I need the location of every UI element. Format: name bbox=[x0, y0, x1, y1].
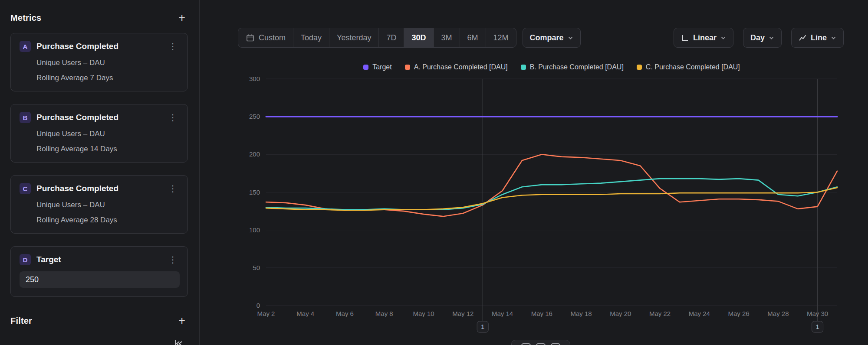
add-metric-button[interactable]: + bbox=[176, 12, 188, 24]
metric-card-header: B Purchase Completed ⋮ bbox=[20, 112, 180, 123]
scale-selector-button[interactable]: Linear bbox=[674, 28, 733, 48]
svg-text:May 10: May 10 bbox=[413, 310, 434, 317]
granularity-selector-button[interactable]: Day bbox=[743, 28, 782, 48]
sidebar: Metrics + A Purchase Completed ⋮ Unique … bbox=[0, 0, 200, 345]
date-range-label: Yesterday bbox=[337, 33, 371, 42]
compare-label: Compare bbox=[530, 33, 564, 42]
metrics-section-header: Metrics + bbox=[10, 12, 188, 24]
svg-text:1: 1 bbox=[481, 323, 484, 330]
svg-text:May 14: May 14 bbox=[492, 310, 513, 317]
metric-measure[interactable]: Unique Users – DAU bbox=[20, 201, 180, 209]
svg-text:300: 300 bbox=[249, 76, 260, 82]
kebab-menu-icon[interactable]: ⋮ bbox=[166, 41, 180, 52]
legend-item[interactable]: B. Purchase Completed [DAU] bbox=[521, 63, 624, 71]
metric-title: Purchase Completed bbox=[36, 42, 118, 51]
metric-measure[interactable]: Unique Users – DAU bbox=[20, 130, 180, 138]
chart-legend: TargetA. Purchase Completed [DAU]B. Purc… bbox=[266, 63, 837, 71]
compare-button[interactable]: Compare bbox=[523, 28, 581, 48]
filter-section-header: Filter + bbox=[10, 315, 188, 327]
chart-bottom-toolbar bbox=[511, 340, 570, 345]
legend-item[interactable]: A. Purchase Completed [DAU] bbox=[405, 63, 508, 71]
metric-card-header: C Purchase Completed ⋮ bbox=[20, 183, 180, 194]
chart-display-controls: Linear Day Line bbox=[674, 28, 844, 48]
date-range-6m[interactable]: 6M bbox=[460, 28, 486, 47]
legend-label: B. Purchase Completed [DAU] bbox=[530, 63, 624, 71]
svg-text:May 30: May 30 bbox=[807, 310, 828, 317]
chart-toolbar: Custom Today Yesterday 7D 30D 3M 6M 12M … bbox=[238, 28, 844, 48]
date-range-selector: Custom Today Yesterday 7D 30D 3M 6M 12M bbox=[238, 28, 516, 48]
svg-text:250: 250 bbox=[249, 113, 260, 120]
target-card[interactable]: D Target ⋮ bbox=[10, 246, 188, 297]
granularity-label: Day bbox=[750, 33, 765, 42]
date-range-label: 6M bbox=[467, 33, 478, 42]
date-range-7d[interactable]: 7D bbox=[378, 28, 404, 47]
date-range-label: 3M bbox=[441, 33, 452, 42]
chart-type-label: Line bbox=[811, 33, 827, 42]
toolbar-icon[interactable] bbox=[536, 343, 546, 345]
metrics-report-app: Metrics + A Purchase Completed ⋮ Unique … bbox=[0, 0, 868, 345]
legend-label: Target bbox=[372, 63, 391, 71]
svg-text:100: 100 bbox=[249, 226, 260, 234]
date-range-label: 7D bbox=[386, 33, 396, 42]
collapse-sidebar-button[interactable] bbox=[173, 338, 184, 345]
metric-card-list: A Purchase Completed ⋮ Unique Users – DA… bbox=[10, 33, 188, 297]
kebab-menu-icon[interactable]: ⋮ bbox=[166, 112, 180, 123]
metric-card-header: D Target ⋮ bbox=[20, 254, 180, 265]
svg-text:1: 1 bbox=[815, 323, 819, 330]
metric-transform[interactable]: Rolling Average 14 Days bbox=[20, 145, 180, 153]
chart-plot[interactable]: 050100150200250300May 2May 4May 6May 8Ma… bbox=[200, 76, 868, 345]
metric-card-b[interactable]: B Purchase Completed ⋮ Unique Users – DA… bbox=[10, 104, 188, 163]
metric-transform[interactable]: Rolling Average 28 Days bbox=[20, 216, 180, 225]
target-value-input[interactable] bbox=[20, 271, 180, 288]
legend-item[interactable]: Target bbox=[363, 63, 391, 71]
svg-text:May 2: May 2 bbox=[257, 310, 275, 317]
chevron-down-icon bbox=[568, 35, 573, 41]
toolbar-icon[interactable] bbox=[521, 343, 531, 345]
line-chart-icon bbox=[799, 34, 807, 42]
svg-text:May 18: May 18 bbox=[570, 310, 592, 317]
svg-text:150: 150 bbox=[249, 189, 260, 196]
date-range-label: 30D bbox=[411, 33, 426, 42]
annotation-marker[interactable]: 1 bbox=[812, 321, 823, 332]
metric-transform[interactable]: Rolling Average 7 Days bbox=[20, 74, 180, 82]
metric-badge: D bbox=[20, 254, 31, 265]
toolbar-icon[interactable] bbox=[551, 343, 560, 345]
metric-title: Purchase Completed bbox=[36, 184, 118, 193]
metric-title: Target bbox=[36, 255, 61, 264]
filter-section-title: Filter bbox=[10, 316, 32, 326]
date-range-yesterday[interactable]: Yesterday bbox=[329, 28, 378, 47]
chevron-down-icon bbox=[720, 35, 726, 41]
chart-panel: Custom Today Yesterday 7D 30D 3M 6M 12M … bbox=[200, 0, 868, 345]
date-range-label: Custom bbox=[259, 33, 286, 42]
kebab-menu-icon[interactable]: ⋮ bbox=[166, 254, 180, 265]
legend-label: A. Purchase Completed [DAU] bbox=[414, 63, 508, 71]
date-range-label: 12M bbox=[493, 33, 509, 42]
svg-text:May 24: May 24 bbox=[689, 310, 710, 317]
legend-item[interactable]: C. Purchase Completed [DAU] bbox=[637, 63, 740, 71]
annotation-marker[interactable]: 1 bbox=[477, 321, 488, 332]
kebab-menu-icon[interactable]: ⋮ bbox=[166, 183, 180, 194]
svg-text:May 8: May 8 bbox=[375, 310, 393, 317]
legend-swatch bbox=[637, 65, 642, 70]
date-range-3m[interactable]: 3M bbox=[434, 28, 460, 47]
metrics-section-title: Metrics bbox=[10, 13, 41, 23]
svg-text:50: 50 bbox=[253, 264, 260, 271]
metric-badge: A bbox=[20, 41, 31, 52]
chart-type-selector-button[interactable]: Line bbox=[791, 28, 844, 48]
metric-title: Purchase Completed bbox=[36, 113, 118, 122]
svg-text:May 4: May 4 bbox=[296, 310, 314, 317]
svg-text:0: 0 bbox=[256, 302, 260, 309]
add-filter-button[interactable]: + bbox=[176, 315, 188, 327]
metric-card-a[interactable]: A Purchase Completed ⋮ Unique Users – DA… bbox=[10, 33, 188, 91]
svg-text:May 26: May 26 bbox=[728, 310, 749, 317]
chevron-down-icon bbox=[831, 35, 836, 41]
date-range-12m[interactable]: 12M bbox=[486, 28, 516, 47]
metric-measure[interactable]: Unique Users – DAU bbox=[20, 59, 180, 67]
date-range-custom[interactable]: Custom bbox=[238, 28, 293, 47]
date-range-today[interactable]: Today bbox=[293, 28, 329, 47]
metric-card-c[interactable]: C Purchase Completed ⋮ Unique Users – DA… bbox=[10, 175, 188, 234]
svg-text:May 16: May 16 bbox=[531, 310, 552, 317]
date-range-30d[interactable]: 30D bbox=[404, 28, 433, 47]
legend-label: C. Purchase Completed [DAU] bbox=[646, 63, 740, 71]
linear-scale-icon bbox=[681, 34, 689, 42]
